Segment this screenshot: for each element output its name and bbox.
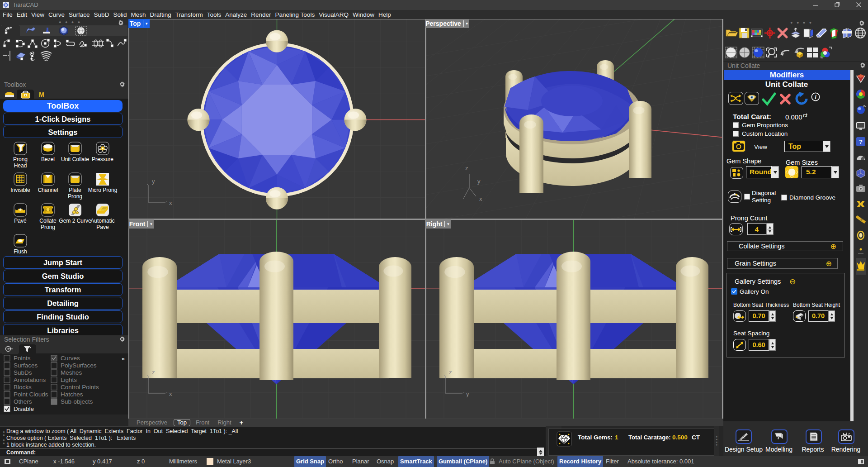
svg-text:Unit Collate: Unit Collate [61,156,89,162]
svg-text:Collate: Collate [39,218,57,224]
svg-text:Plate: Plate [69,187,81,193]
svg-text:Flush: Flush [14,248,27,254]
svg-text:y: y [477,178,481,185]
svg-text:Disable: Disable [14,405,34,412]
svg-text:x: x [479,195,482,202]
svg-text:Pavé: Pavé [14,218,27,224]
svg-text:Hatches: Hatches [61,391,83,398]
svg-text:Prong: Prong [68,193,82,200]
svg-text:Meshes: Meshes [61,369,82,376]
svg-text:z: z [152,369,155,376]
svg-text:Lights: Lights [61,376,77,383]
svg-text:z: z [449,369,452,376]
svg-text:Invisible: Invisible [10,187,30,193]
svg-text:Annotations: Annotations [14,376,46,383]
svg-text:PolySurfaces: PolySurfaces [61,362,97,369]
svg-text:Point Clouds: Point Clouds [14,391,48,398]
svg-text:i: i [815,94,816,100]
svg-text:Pressure: Pressure [92,156,113,162]
svg-text:Gem 2 Curve: Gem 2 Curve [59,218,91,224]
svg-text:Points: Points [14,355,31,362]
svg-text:Prong: Prong [13,156,28,162]
svg-text:y: y [466,391,469,397]
svg-text:Head: Head [14,162,27,169]
svg-text:z: z [465,165,468,172]
svg-text:Curves: Curves [61,355,80,362]
svg-text:Micro Prong: Micro Prong [88,187,118,193]
svg-text:x: x [169,391,172,397]
svg-text:x: x [169,200,172,206]
svg-text:Bezel: Bezel [41,156,55,162]
svg-text:Others: Others [14,398,32,405]
svg-text:Blocks: Blocks [14,384,32,391]
svg-text:Prong: Prong [41,224,55,230]
svg-text:?: ? [859,138,863,145]
svg-text:Channel: Channel [38,187,58,193]
svg-text:Sub-objects: Sub-objects [61,398,93,405]
svg-text:Automatic: Automatic [90,218,114,224]
svg-text:Control Points: Control Points [61,384,99,391]
svg-text:y: y [152,178,155,185]
svg-text:Surfaces: Surfaces [14,362,38,369]
svg-text:SubDs: SubDs [14,369,32,376]
svg-text:Pave: Pave [96,224,109,230]
